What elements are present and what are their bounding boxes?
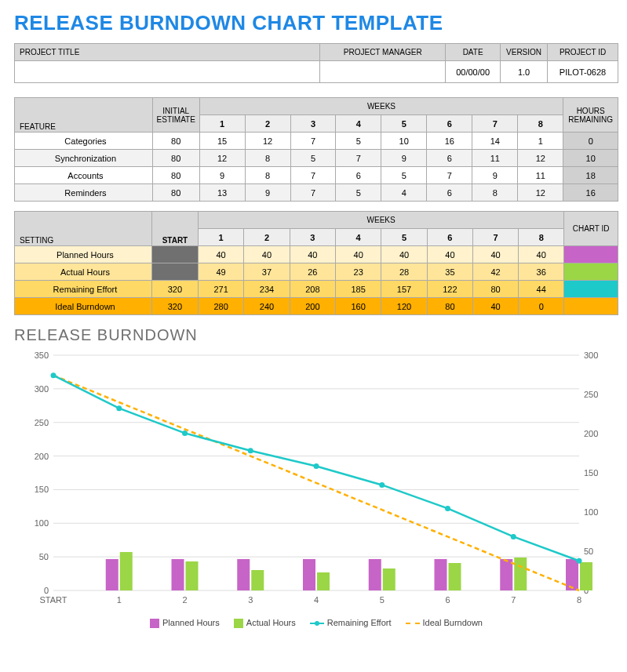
week-value: 14 bbox=[472, 133, 518, 150]
week-value: 9 bbox=[472, 167, 518, 184]
week-3: 3 bbox=[290, 229, 335, 246]
svg-text:START: START bbox=[39, 595, 67, 605]
week-value: 36 bbox=[519, 263, 564, 281]
th-project-manager: PROJECT MANAGER bbox=[320, 44, 446, 61]
week-value: 200 bbox=[290, 298, 335, 315]
table-row: Synchronization801285796111210 bbox=[15, 150, 618, 167]
svg-text:100: 100 bbox=[35, 518, 49, 528]
svg-text:3: 3 bbox=[248, 595, 253, 605]
bar-actual bbox=[251, 570, 264, 590]
th-initial: INITIAL ESTIMATE bbox=[152, 98, 199, 133]
table-row: Reminders80139754681216 bbox=[15, 184, 618, 202]
table-row: Ideal Burndown32028024020016012080400 bbox=[15, 298, 618, 315]
initial-estimate: 80 bbox=[152, 150, 199, 167]
week-value: 40 bbox=[473, 246, 519, 263]
svg-text:4: 4 bbox=[314, 595, 319, 605]
svg-text:7: 7 bbox=[511, 595, 516, 605]
week-value: 6 bbox=[427, 184, 472, 202]
week-value: 9 bbox=[199, 167, 245, 184]
svg-text:350: 350 bbox=[35, 351, 49, 360]
setting-name: Remaining Effort bbox=[15, 281, 152, 298]
week-value: 26 bbox=[290, 263, 335, 281]
week-value: 11 bbox=[472, 150, 518, 167]
legend-remaining: Remaining Effort bbox=[310, 618, 392, 628]
hours-remaining: 18 bbox=[563, 167, 618, 184]
point-remaining bbox=[182, 430, 188, 436]
val-version[interactable]: 1.0 bbox=[501, 61, 548, 83]
th-hours-remaining: HOURS REMAINING bbox=[563, 98, 618, 133]
svg-text:8: 8 bbox=[577, 595, 581, 605]
week-value: 5 bbox=[336, 184, 381, 202]
initial-estimate: 80 bbox=[152, 167, 199, 184]
th-start: START bbox=[151, 212, 198, 246]
svg-text:250: 250 bbox=[35, 418, 49, 427]
week-5: 5 bbox=[381, 229, 427, 246]
week-value: 12 bbox=[245, 133, 290, 150]
point-remaining bbox=[445, 506, 450, 511]
bar-actual bbox=[383, 568, 396, 590]
week-value: 157 bbox=[381, 281, 427, 298]
week-value: 0 bbox=[519, 298, 564, 315]
start-value: 320 bbox=[151, 281, 198, 298]
week-value: 120 bbox=[381, 298, 427, 315]
week-8: 8 bbox=[518, 115, 563, 133]
week-value: 7 bbox=[290, 184, 336, 202]
th-feature: FEATURE bbox=[15, 98, 153, 133]
week-value: 11 bbox=[518, 167, 563, 184]
week-4: 4 bbox=[336, 115, 381, 133]
week-value: 9 bbox=[381, 150, 427, 167]
val-project-title[interactable] bbox=[15, 61, 320, 83]
week-value: 5 bbox=[290, 150, 336, 167]
svg-text:150: 150 bbox=[584, 468, 598, 478]
setting-name: Planned Hours bbox=[15, 246, 152, 263]
val-project-manager[interactable] bbox=[320, 61, 446, 83]
week-value: 40 bbox=[519, 246, 564, 263]
week-value: 5 bbox=[336, 133, 381, 150]
bar-planned bbox=[172, 559, 184, 590]
week-value: 8 bbox=[472, 184, 518, 202]
th-weeks-group: WEEKS bbox=[199, 98, 563, 115]
val-project-id[interactable]: PILOT-0628 bbox=[548, 61, 618, 83]
legend-planned: Planned Hours bbox=[150, 618, 220, 628]
week-value: 234 bbox=[244, 281, 290, 298]
week-value: 40 bbox=[198, 246, 243, 263]
val-date[interactable]: 00/00/00 bbox=[446, 61, 501, 83]
table-row: Planned Hours4040404040404040 bbox=[15, 246, 618, 263]
initial-estimate: 80 bbox=[152, 184, 199, 202]
chart-svg: 050100150200250300350050100150200250300S… bbox=[14, 347, 618, 630]
week-3: 3 bbox=[290, 115, 336, 133]
hours-remaining: 16 bbox=[563, 184, 618, 202]
start-value bbox=[151, 263, 198, 281]
svg-text:50: 50 bbox=[39, 552, 49, 561]
week-6: 6 bbox=[427, 229, 472, 246]
week-value: 7 bbox=[427, 167, 472, 184]
bar-planned bbox=[500, 559, 512, 590]
bar-planned bbox=[303, 559, 315, 590]
point-remaining bbox=[314, 463, 319, 469]
th-project-title: PROJECT TITLE bbox=[15, 44, 320, 61]
initial-estimate: 80 bbox=[152, 133, 199, 150]
week-value: 42 bbox=[473, 263, 519, 281]
week-value: 9 bbox=[245, 184, 290, 202]
week-value: 40 bbox=[290, 246, 335, 263]
legend-actual: Actual Hours bbox=[234, 618, 296, 628]
bar-actual bbox=[514, 558, 527, 590]
week-value: 40 bbox=[427, 246, 472, 263]
week-value: 40 bbox=[244, 246, 290, 263]
th-chart-id: CHART ID bbox=[564, 212, 618, 246]
week-6: 6 bbox=[427, 115, 472, 133]
week-value: 16 bbox=[427, 133, 472, 150]
hours-remaining: 0 bbox=[563, 133, 618, 150]
svg-text:2: 2 bbox=[182, 595, 187, 605]
week-value: 35 bbox=[427, 263, 472, 281]
week-value: 10 bbox=[381, 133, 427, 150]
week-5: 5 bbox=[381, 115, 427, 133]
svg-text:5: 5 bbox=[380, 595, 385, 605]
week-value: 12 bbox=[518, 184, 563, 202]
week-value: 1 bbox=[518, 133, 563, 150]
table-row: Remaining Effort320271234208185157122804… bbox=[15, 281, 618, 298]
week-8: 8 bbox=[519, 229, 564, 246]
week-value: 80 bbox=[473, 281, 519, 298]
week-value: 13 bbox=[199, 184, 245, 202]
week-value: 6 bbox=[336, 167, 381, 184]
